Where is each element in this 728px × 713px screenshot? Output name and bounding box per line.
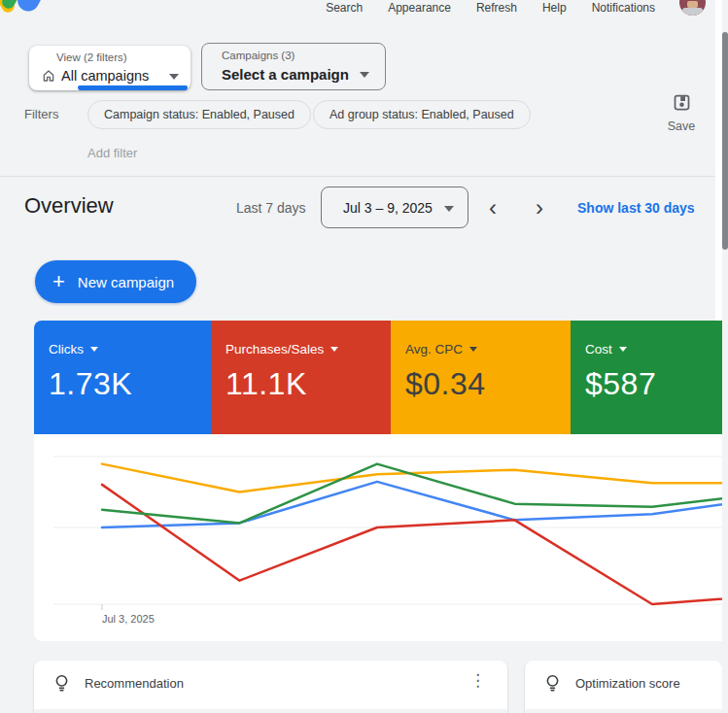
metric-card-clicks[interactable]: Clicks 1.73K: [34, 321, 211, 434]
nav-help[interactable]: Help: [542, 1, 567, 15]
filter-chip-adgroup-status[interactable]: Ad group status: Enabled, Paused: [313, 100, 531, 129]
series-purchases-sales: [102, 485, 722, 604]
metric-label: Purchases/Sales: [225, 342, 324, 356]
nav-refresh[interactable]: Refresh: [476, 1, 517, 15]
campaign-selector-label: Campaigns (3): [222, 50, 295, 61]
line-chart: [34, 434, 722, 641]
performance-trend-chart[interactable]: Jul 3, 2025: [34, 434, 722, 641]
save-button[interactable]: Save: [659, 92, 704, 133]
date-range-label: Last 7 days: [236, 200, 306, 216]
x-axis-start-label: Jul 3, 2025: [102, 613, 155, 625]
next-period-button[interactable]: ›: [536, 191, 543, 224]
add-filter-button[interactable]: Add filter: [87, 146, 137, 160]
date-range-picker[interactable]: Jul 3 – 9, 2025: [321, 187, 468, 228]
view-selector-value: All campaigns: [61, 68, 149, 84]
chevron-down-icon: [330, 347, 338, 352]
metric-label: Clicks: [49, 342, 84, 356]
card-title: Recommendation: [85, 676, 184, 691]
chevron-down-icon: [169, 74, 179, 80]
nav-search[interactable]: Search: [326, 1, 363, 15]
user-avatar[interactable]: [679, 0, 706, 16]
lightbulb-icon: [543, 672, 562, 696]
divider: [0, 176, 715, 177]
filter-chip-campaign-status[interactable]: Campaign status: Enabled, Paused: [87, 100, 311, 129]
new-campaign-label: New campaign: [78, 274, 174, 290]
more-options-icon[interactable]: ⋮: [469, 670, 486, 691]
card-title: Optimization score: [575, 676, 680, 691]
lightbulb-icon: [52, 672, 71, 696]
show-last-30-days-link[interactable]: Show last 30 days: [577, 200, 695, 216]
metric-card-row: Clicks 1.73K Purchases/Sales 11.1K Avg. …: [34, 321, 722, 434]
nav-appearance[interactable]: Appearance: [388, 1, 451, 15]
recommendation-card[interactable]: Recommendation ⋮: [34, 661, 507, 713]
save-icon: [672, 92, 692, 113]
series-avg-cpc: [102, 464, 722, 492]
chevron-down-icon: [90, 347, 98, 352]
date-range-value: Jul 3 – 9, 2025: [343, 200, 433, 216]
metric-card-avg-cpc[interactable]: Avg. CPC $0.34: [391, 321, 571, 434]
google-ads-logo: [0, 0, 58, 13]
campaign-selector-value: Select a campaign: [222, 66, 349, 83]
view-active-indicator: [78, 85, 188, 90]
top-nav: Search Appearance Refresh Help Notificat…: [326, 0, 655, 15]
right-gutter: [715, 0, 722, 321]
chevron-down-icon: [469, 347, 477, 352]
chevron-down-icon: [360, 72, 369, 78]
metric-label: Avg. CPC: [405, 342, 463, 356]
metric-value: $587: [585, 366, 722, 402]
metric-label: Cost: [585, 342, 612, 356]
metric-card-purchases[interactable]: Purchases/Sales 11.1K: [211, 321, 391, 434]
google-ads-overview-page: Search Appearance Refresh Help Notificat…: [0, 0, 728, 713]
chevron-down-icon: [444, 206, 454, 212]
metric-value: 1.73K: [49, 366, 211, 402]
metric-card-cost[interactable]: Cost $587: [571, 321, 722, 434]
view-selector[interactable]: View (2 filters) All campaigns: [29, 46, 191, 90]
home-icon: [41, 68, 56, 84]
metric-value: 11.1K: [225, 366, 391, 402]
series-clicks: [102, 482, 722, 527]
metric-value: $0.34: [405, 366, 571, 402]
save-label: Save: [659, 119, 704, 133]
previous-period-button[interactable]: ‹: [489, 191, 497, 224]
campaign-selector[interactable]: Campaigns (3) Select a campaign: [201, 43, 386, 90]
plus-icon: +: [52, 271, 65, 292]
new-campaign-button[interactable]: + New campaign: [35, 260, 196, 303]
optimization-score-card[interactable]: Optimization score: [525, 661, 722, 713]
chevron-down-icon: [619, 347, 627, 352]
filters-label: Filters: [24, 107, 58, 121]
scrollbar-thumb[interactable]: [722, 32, 728, 250]
view-selector-label: View (2 filters): [56, 51, 127, 63]
nav-notifications[interactable]: Notifications: [592, 1, 655, 15]
page-title: Overview: [24, 193, 114, 219]
logo-blue-bar: [14, 0, 47, 13]
